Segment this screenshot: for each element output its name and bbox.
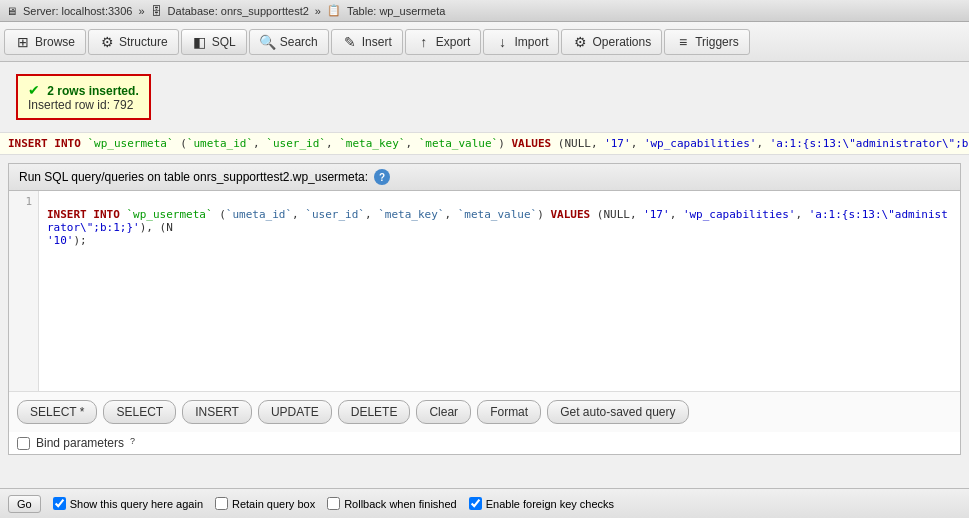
update-button[interactable]: UPDATE: [258, 400, 332, 424]
select-button[interactable]: SELECT: [103, 400, 176, 424]
foreign-keys-checkbox[interactable]: [469, 497, 482, 510]
select-star-button[interactable]: SELECT *: [17, 400, 97, 424]
toolbar: ⊞ Browse ⚙ Structure ◧ SQL 🔍 Search ✎ In…: [0, 22, 969, 62]
sql-button[interactable]: ◧ SQL: [181, 29, 247, 55]
triggers-icon: ≡: [675, 34, 691, 50]
browse-label: Browse: [35, 35, 75, 49]
bind-params-row: Bind parameters ?: [9, 432, 960, 454]
operations-icon: ⚙: [572, 34, 588, 50]
search-icon: 🔍: [260, 34, 276, 50]
bottom-bar: Go Show this query here again Retain que…: [0, 488, 969, 518]
export-label: Export: [436, 35, 471, 49]
import-label: Import: [514, 35, 548, 49]
line-num-1: 1: [15, 195, 32, 208]
clear-button[interactable]: Clear: [416, 400, 471, 424]
success-box: ✔ 2 rows inserted. Inserted row id: 792: [16, 74, 151, 120]
rollback-checkbox[interactable]: [327, 497, 340, 510]
title-bar: 🖥 Server: localhost:3306 » 🗄 Database: o…: [0, 0, 969, 22]
title-database: Database: onrs_supporttest2: [168, 5, 309, 17]
sql-label: SQL: [212, 35, 236, 49]
insert-label: Insert: [362, 35, 392, 49]
operations-label: Operations: [592, 35, 651, 49]
bind-help-icon[interactable]: ?: [130, 436, 144, 450]
insert-icon: ✎: [342, 34, 358, 50]
title-table: Table: wp_usermeta: [347, 5, 445, 17]
show-query-label: Show this query here again: [53, 497, 203, 510]
query-panel-header: Run SQL query/queries on table onrs_supp…: [9, 164, 960, 191]
browse-button[interactable]: ⊞ Browse: [4, 29, 86, 55]
search-button[interactable]: 🔍 Search: [249, 29, 329, 55]
browse-icon: ⊞: [15, 34, 31, 50]
title-sep2: »: [315, 5, 321, 17]
triggers-label: Triggers: [695, 35, 739, 49]
success-check-icon: ✔: [28, 82, 40, 98]
bind-params-checkbox[interactable]: [17, 437, 30, 450]
title-server-icon: 🖥: [6, 5, 17, 17]
rollback-text: Rollback when finished: [344, 498, 457, 510]
title-db-icon: 🗄: [151, 5, 162, 17]
retain-query-checkbox[interactable]: [215, 497, 228, 510]
query-editor: 1 INSERT INTO `wp_usermeta` (`umeta_id`,…: [9, 191, 960, 391]
title-server: Server: localhost:3306: [23, 5, 132, 17]
sql-icon: ◧: [192, 34, 208, 50]
bind-params-label: Bind parameters: [36, 436, 124, 450]
go-button[interactable]: Go: [8, 495, 41, 513]
insert-query-button[interactable]: INSERT: [182, 400, 252, 424]
structure-button[interactable]: ⚙ Structure: [88, 29, 179, 55]
show-query-text: Show this query here again: [70, 498, 203, 510]
triggers-button[interactable]: ≡ Triggers: [664, 29, 750, 55]
retain-query-text: Retain query box: [232, 498, 315, 510]
structure-label: Structure: [119, 35, 168, 49]
export-button[interactable]: ↑ Export: [405, 29, 482, 55]
structure-icon: ⚙: [99, 34, 115, 50]
query-panel: Run SQL query/queries on table onrs_supp…: [8, 163, 961, 455]
sql-display-text: INSERT INTO `wp_usermeta` (`umeta_id`, `…: [8, 137, 969, 150]
show-query-checkbox[interactable]: [53, 497, 66, 510]
foreign-keys-label: Enable foreign key checks: [469, 497, 614, 510]
retain-query-label: Retain query box: [215, 497, 315, 510]
help-icon[interactable]: ?: [374, 169, 390, 185]
foreign-keys-text: Enable foreign key checks: [486, 498, 614, 510]
sql-button-row: SELECT * SELECT INSERT UPDATE DELETE Cle…: [9, 391, 960, 432]
search-label: Search: [280, 35, 318, 49]
title-sep1: »: [138, 5, 144, 17]
autosaved-button[interactable]: Get auto-saved query: [547, 400, 688, 424]
import-icon: ↓: [494, 34, 510, 50]
import-button[interactable]: ↓ Import: [483, 29, 559, 55]
query-panel-title: Run SQL query/queries on table onrs_supp…: [19, 170, 368, 184]
success-id: Inserted row id: 792: [28, 98, 139, 112]
success-rows-text: 2 rows inserted.: [47, 84, 138, 98]
title-table-icon: 📋: [327, 4, 341, 17]
sql-display-bar: INSERT INTO `wp_usermeta` (`umeta_id`, `…: [0, 132, 969, 155]
delete-button[interactable]: DELETE: [338, 400, 411, 424]
success-rows: ✔ 2 rows inserted.: [28, 82, 139, 98]
code-area[interactable]: INSERT INTO `wp_usermeta` (`umeta_id`, `…: [39, 191, 960, 391]
format-button[interactable]: Format: [477, 400, 541, 424]
export-icon: ↑: [416, 34, 432, 50]
operations-button[interactable]: ⚙ Operations: [561, 29, 662, 55]
rollback-label: Rollback when finished: [327, 497, 457, 510]
success-id-text: Inserted row id: 792: [28, 98, 133, 112]
insert-button[interactable]: ✎ Insert: [331, 29, 403, 55]
line-numbers: 1: [9, 191, 39, 391]
line-num-2: [15, 208, 32, 221]
